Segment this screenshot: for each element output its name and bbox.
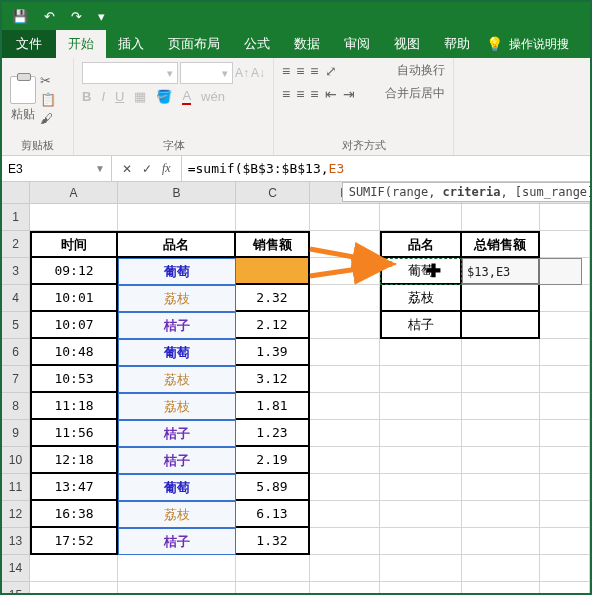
cell[interactable] <box>380 393 462 420</box>
border-button[interactable]: ▦ <box>134 89 146 104</box>
row-header[interactable]: 9 <box>2 420 30 447</box>
row-header[interactable]: 2 <box>2 231 30 258</box>
cell[interactable]: 桔子 <box>118 312 236 339</box>
row-header[interactable]: 7 <box>2 366 30 393</box>
cell[interactable] <box>380 555 462 582</box>
cell[interactable]: 葡萄 <box>118 339 236 366</box>
cell[interactable]: 销售额 <box>236 231 310 258</box>
cell[interactable]: 1.23 <box>236 420 310 447</box>
align-left-icon[interactable]: ≡ <box>282 86 290 102</box>
tell-me[interactable]: 💡 操作说明搜 <box>486 30 569 58</box>
cell[interactable]: 葡萄 <box>380 258 462 285</box>
indent-decrease-icon[interactable]: ⇤ <box>325 86 337 102</box>
cell[interactable] <box>540 555 590 582</box>
font-name-combo[interactable]: ▾ <box>82 62 178 84</box>
row-header[interactable]: 11 <box>2 474 30 501</box>
cell[interactable]: 2.12 <box>236 312 310 339</box>
row-header[interactable]: 8 <box>2 393 30 420</box>
font-size-combo[interactable]: ▾ <box>180 62 233 84</box>
cell[interactable]: 桔子 <box>380 312 462 339</box>
cell[interactable]: 荔枝 <box>118 285 236 312</box>
cell[interactable]: 12:18 <box>30 447 118 474</box>
cell[interactable]: 桔子 <box>118 447 236 474</box>
cell[interactable]: 桔子 <box>118 420 236 447</box>
cell[interactable] <box>310 528 380 555</box>
cell[interactable]: 荔枝 <box>118 501 236 528</box>
cell[interactable] <box>540 393 590 420</box>
tab-data[interactable]: 数据 <box>282 30 332 58</box>
cell[interactable] <box>236 582 310 595</box>
cell[interactable] <box>540 258 590 285</box>
fill-color-button[interactable]: 🪣 <box>156 89 172 104</box>
cell[interactable] <box>540 501 590 528</box>
cell[interactable] <box>462 528 540 555</box>
row-header[interactable]: 1 <box>2 204 30 231</box>
paste-button[interactable]: 粘贴 <box>10 76 36 123</box>
cell[interactable]: 荔枝 <box>380 285 462 312</box>
cell[interactable] <box>540 420 590 447</box>
worksheet[interactable]: 123456789101112131415 ABCDEFG $13,E3 ✚ 时… <box>2 182 590 595</box>
column-header[interactable]: C <box>236 182 310 204</box>
cell[interactable]: 桔子 <box>118 528 236 555</box>
cell[interactable] <box>310 366 380 393</box>
cell[interactable]: 11:56 <box>30 420 118 447</box>
qat-dropdown[interactable]: ▾ <box>94 7 109 26</box>
tab-view[interactable]: 视图 <box>382 30 432 58</box>
underline-button[interactable]: U <box>115 89 124 104</box>
tab-file[interactable]: 文件 <box>2 30 56 58</box>
cell[interactable] <box>380 501 462 528</box>
cell[interactable]: 13:47 <box>30 474 118 501</box>
align-bottom-icon[interactable]: ≡ <box>310 63 318 79</box>
fx-icon[interactable]: fx <box>162 161 171 176</box>
cell[interactable]: 品名 <box>380 231 462 258</box>
cell[interactable]: 09:12 <box>30 258 118 285</box>
cell[interactable]: 葡萄 <box>118 474 236 501</box>
cell[interactable] <box>462 420 540 447</box>
cell[interactable] <box>462 366 540 393</box>
tab-home[interactable]: 开始 <box>56 30 106 58</box>
cell[interactable] <box>310 555 380 582</box>
cell[interactable] <box>380 366 462 393</box>
cell[interactable]: 10:07 <box>30 312 118 339</box>
cell[interactable] <box>310 231 380 258</box>
cell[interactable] <box>310 501 380 528</box>
cell[interactable]: 10:01 <box>30 285 118 312</box>
tab-help[interactable]: 帮助 <box>432 30 482 58</box>
tab-review[interactable]: 审阅 <box>332 30 382 58</box>
cell[interactable] <box>310 474 380 501</box>
cell[interactable]: 17:52 <box>30 528 118 555</box>
cell[interactable]: 1.39 <box>236 339 310 366</box>
cell[interactable] <box>540 312 590 339</box>
cell[interactable]: 3.12 <box>236 366 310 393</box>
row-header[interactable]: 14 <box>2 555 30 582</box>
cell[interactable] <box>540 285 590 312</box>
cell[interactable] <box>462 285 540 312</box>
grow-font-icon[interactable]: A↑ <box>235 66 249 80</box>
row-header[interactable]: 3 <box>2 258 30 285</box>
cell[interactable]: 10:48 <box>30 339 118 366</box>
cell[interactable] <box>380 204 462 231</box>
cell[interactable] <box>380 339 462 366</box>
cell[interactable] <box>310 582 380 595</box>
cell[interactable] <box>462 582 540 595</box>
cell[interactable] <box>462 312 540 339</box>
row-header[interactable]: 5 <box>2 312 30 339</box>
cancel-formula-icon[interactable]: ✕ <box>122 162 132 176</box>
cell[interactable]: 2.19 <box>236 447 310 474</box>
cell[interactable] <box>30 204 118 231</box>
cell[interactable] <box>380 582 462 595</box>
cell[interactable] <box>540 582 590 595</box>
cell[interactable] <box>540 231 590 258</box>
column-header[interactable]: A <box>30 182 118 204</box>
name-box[interactable]: E3 ▼ <box>2 156 112 181</box>
cell[interactable] <box>540 366 590 393</box>
cell[interactable] <box>540 204 590 231</box>
cell[interactable] <box>462 204 540 231</box>
font-color-button[interactable]: A <box>182 88 191 105</box>
cell[interactable]: 11:18 <box>30 393 118 420</box>
cell[interactable] <box>310 447 380 474</box>
row-header[interactable]: 10 <box>2 447 30 474</box>
cell[interactable]: 6.13 <box>236 501 310 528</box>
format-painter-icon[interactable]: 🖌 <box>40 111 56 126</box>
cell[interactable] <box>310 285 380 312</box>
